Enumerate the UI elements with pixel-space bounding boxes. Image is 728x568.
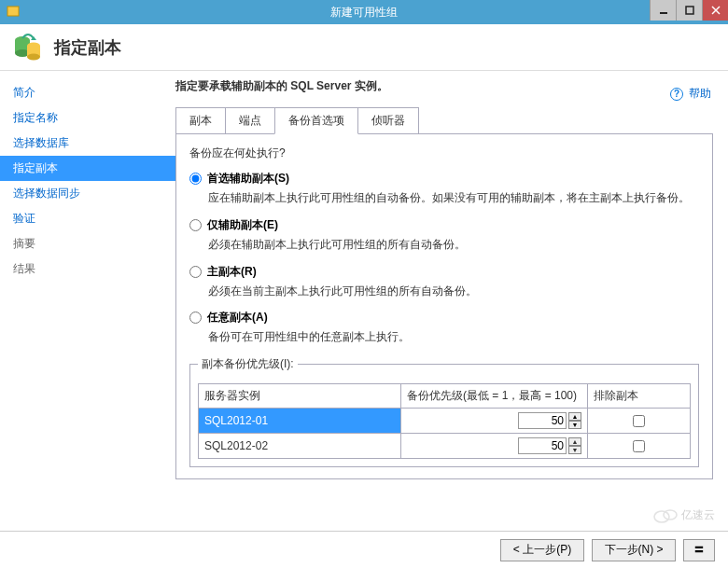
spin-down-icon[interactable]: ▼ (568, 421, 581, 429)
option-label: 仅辅助副本(E) (207, 217, 278, 233)
priority-input[interactable] (518, 412, 567, 429)
radio-prefer-secondary[interactable] (189, 173, 202, 185)
minimize-button[interactable] (650, 0, 676, 21)
table-row[interactable]: SQL2012-02 ▲ ▼ (199, 434, 691, 459)
next-button[interactable]: 下一步(N) > (592, 539, 676, 561)
option-desc: 备份可在可用性组中的任意副本上执行。 (208, 329, 699, 345)
priority-fieldset: 副本备份优先级(I): 服务器实例 备份优先级(最低 = 1，最高 = 100)… (189, 356, 699, 467)
exclude-checkbox[interactable] (633, 415, 645, 427)
svg-point-12 (654, 511, 669, 522)
page-header: 指定副本 (0, 24, 728, 71)
cell-priority: ▲ ▼ (401, 434, 588, 459)
option-label: 首选辅助副本(S) (207, 171, 289, 187)
priority-table: 服务器实例 备份优先级(最低 = 1，最高 = 100) 排除副本 SQL201… (198, 383, 691, 459)
sidebar-item-intro[interactable]: 简介 (0, 80, 175, 105)
col-priority: 备份优先级(最低 = 1，最高 = 100) (401, 384, 588, 409)
footer: < 上一步(P) 下一步(N) > 〓 (0, 531, 728, 568)
radio-any[interactable] (189, 312, 202, 324)
sidebar-item-validate[interactable]: 验证 (0, 206, 175, 231)
tab-body: 备份应在何处执行? 首选辅助副本(S) 应在辅助副本上执行此可用性组的自动备份。… (175, 134, 713, 479)
spin-buttons: ▲ ▼ (568, 437, 581, 454)
radio-primary[interactable] (189, 266, 202, 278)
close-button[interactable] (702, 0, 728, 21)
cell-exclude (588, 409, 691, 434)
cell-server: SQL2012-02 (199, 434, 401, 459)
help-label: 帮助 (689, 86, 711, 102)
backup-question: 备份应在何处执行? (189, 145, 699, 161)
table-header-row: 服务器实例 备份优先级(最低 = 1，最高 = 100) 排除副本 (199, 384, 691, 409)
tab-listener[interactable]: 侦听器 (357, 107, 419, 133)
tabs: 副本 端点 备份首选项 侦听器 (175, 107, 713, 134)
option-any[interactable]: 任意副本(A) (189, 310, 699, 326)
sys-icon (6, 4, 21, 19)
radio-secondary-only[interactable] (189, 219, 202, 231)
window-buttons (650, 0, 728, 21)
sidebar-item-sync[interactable]: 选择数据同步 (0, 181, 175, 206)
page-title: 指定副本 (54, 36, 121, 59)
tab-replica[interactable]: 副本 (175, 107, 226, 133)
spin-buttons: ▲ ▼ (568, 412, 581, 429)
prev-button[interactable]: < 上一步(P) (500, 539, 584, 561)
spin-down-icon[interactable]: ▼ (568, 446, 581, 454)
db-icon (13, 33, 43, 62)
option-desc: 必须在当前主副本上执行此可用性组的所有自动备份。 (208, 284, 699, 299)
sidebar-item-replica[interactable]: 指定副本 (0, 156, 175, 181)
maximize-button[interactable] (676, 0, 702, 21)
titlebar: 新建可用性组 (0, 0, 728, 24)
sidebar-item-name[interactable]: 指定名称 (0, 105, 175, 131)
table-row[interactable]: SQL2012-01 ▲ ▼ (199, 409, 691, 434)
help-icon: ? (670, 88, 683, 101)
window-title: 新建可用性组 (330, 5, 398, 21)
tab-endpoint[interactable]: 端点 (225, 107, 275, 133)
svg-rect-2 (686, 7, 693, 14)
cell-exclude (588, 434, 691, 459)
tab-backup-pref[interactable]: 备份首选项 (274, 107, 358, 134)
svg-point-13 (664, 510, 677, 520)
sidebar-item-db[interactable]: 选择数据库 (0, 131, 175, 156)
priority-legend: 副本备份优先级(I): (198, 356, 298, 372)
svg-rect-0 (7, 7, 19, 16)
col-exclude: 排除副本 (588, 384, 691, 409)
help-link[interactable]: ? 帮助 (670, 86, 711, 102)
main-description: 指定要承载辅助副本的 SQL Server 实例。 (175, 78, 713, 94)
watermark-text: 亿速云 (681, 507, 715, 523)
spin-up-icon[interactable]: ▲ (568, 412, 581, 421)
main-panel: 指定要承载辅助副本的 SQL Server 实例。 副本 端点 备份首选项 侦听… (175, 71, 728, 531)
option-desc: 必须在辅助副本上执行此可用性组的所有自动备份。 (208, 237, 699, 253)
watermark: 亿速云 (653, 506, 715, 523)
cell-priority: ▲ ▼ (401, 409, 588, 434)
cancel-button[interactable]: 〓 (683, 539, 715, 561)
option-secondary-only[interactable]: 仅辅助副本(E) (189, 217, 699, 233)
wizard-steps: 简介 指定名称 选择数据库 指定副本 选择数据同步 验证 摘要 结果 (0, 71, 175, 531)
priority-input[interactable] (518, 437, 567, 454)
option-prefer-secondary[interactable]: 首选辅助副本(S) (189, 171, 699, 187)
sidebar-item-result[interactable]: 结果 (0, 256, 175, 282)
option-primary[interactable]: 主副本(R) (189, 264, 699, 280)
exclude-checkbox[interactable] (633, 440, 645, 452)
spin-up-icon[interactable]: ▲ (568, 437, 581, 446)
option-label: 任意副本(A) (207, 310, 268, 326)
option-label: 主副本(R) (207, 264, 257, 280)
sidebar-item-summary[interactable]: 摘要 (0, 231, 175, 256)
svg-rect-1 (660, 12, 667, 14)
option-desc: 应在辅助副本上执行此可用性组的自动备份。如果没有可用的辅助副本，将在主副本上执行… (208, 190, 699, 206)
svg-point-10 (27, 53, 40, 60)
cell-server: SQL2012-01 (199, 409, 401, 434)
col-server: 服务器实例 (199, 384, 401, 409)
